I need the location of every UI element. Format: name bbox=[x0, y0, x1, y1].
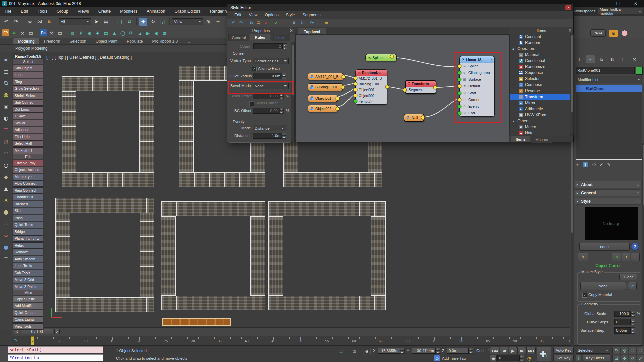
menu-views[interactable]: Views bbox=[73, 9, 94, 14]
next-frame-button[interactable]: > bbox=[54, 329, 60, 334]
spheres-icon[interactable]: ∞ bbox=[2, 231, 10, 240]
y-field[interactable]: -30.4744m bbox=[412, 348, 436, 354]
node-segment-Object002[interactable]: Object002 bbox=[308, 105, 338, 112]
rappatools-push[interactable]: Push bbox=[13, 215, 43, 221]
sun-icon[interactable]: ☀ bbox=[77, 29, 85, 37]
rappatools-planar-x-y-z[interactable]: Planar | x | y | z bbox=[13, 235, 43, 242]
items-item-uvw-xform[interactable]: ▦UVW XForm bbox=[510, 112, 574, 118]
editor-menu-options[interactable]: Options bbox=[261, 13, 282, 17]
node-port[interactable] bbox=[458, 98, 461, 102]
macros-tab[interactable]: Macros bbox=[531, 136, 552, 143]
cone-icon[interactable]: ▲ bbox=[2, 184, 10, 193]
global-scale-field[interactable]: 100.0 bbox=[614, 311, 631, 317]
properties-close-icon[interactable]: ✕ bbox=[290, 27, 293, 34]
forest-pack-icon[interactable]: FP bbox=[2, 29, 9, 36]
style-help-button[interactable]: ? bbox=[631, 243, 639, 251]
show-end-result-icon[interactable]: ▮ bbox=[583, 162, 588, 167]
rappatools-loop[interactable]: Loop bbox=[13, 72, 43, 78]
rappatools-select-half[interactable]: Select Half bbox=[13, 140, 43, 147]
node-port[interactable] bbox=[336, 97, 339, 100]
menu-edit[interactable]: Edit bbox=[16, 9, 33, 14]
go-to-start-button[interactable]: ▮◀◀ bbox=[490, 347, 499, 354]
rappatools-cams-lights[interactable]: Cams Lights bbox=[13, 316, 43, 323]
menu-animation[interactable]: Animation bbox=[142, 9, 170, 14]
maxscript-listener-line2[interactable]: "Creating La bbox=[8, 354, 103, 361]
utilities-tab[interactable]: ⚒ bbox=[630, 55, 639, 63]
node-graph-canvas[interactable]: ∿ Spline AM172_001_BBuilding1_001Object0… bbox=[295, 34, 509, 142]
rappatools-move-2-points[interactable]: Move 2 Points bbox=[13, 284, 43, 290]
curve-steps-spinner[interactable] bbox=[631, 319, 635, 325]
items-item-sequence[interactable]: 12Sequence bbox=[510, 70, 574, 76]
items-item-mirror[interactable]: ◭Mirror bbox=[510, 100, 574, 106]
rappatools-materials[interactable]: Materials bbox=[13, 330, 43, 330]
editor-menu-style[interactable]: Style bbox=[282, 13, 299, 17]
scene-explorer-icon[interactable]: ▤ bbox=[2, 67, 10, 75]
surface-interp-spinner[interactable] bbox=[631, 327, 635, 334]
hexagon-tool-icon[interactable]: ⬢ bbox=[621, 29, 628, 37]
tab-general[interactable]: General bbox=[228, 34, 249, 41]
fillet-radius-field[interactable]: 0.0m bbox=[253, 73, 282, 79]
render-preview-icon[interactable]: ▣ bbox=[2, 55, 10, 64]
node-linear-1s[interactable]: ⟳ Linear 1S ✕ ∿Spline∿Clipping area▦Surf… bbox=[459, 56, 495, 117]
railclone-icon[interactable]: Rc bbox=[40, 29, 47, 36]
items-item-macro[interactable]: ▣Macro bbox=[510, 124, 574, 130]
rappatools-remove[interactable]: Remove bbox=[13, 249, 43, 255]
clear-master-style-button[interactable]: Clear bbox=[619, 274, 637, 280]
zoom-all-icon[interactable]: ⚲ bbox=[621, 347, 628, 354]
ribbon-tab-populate[interactable]: Populate bbox=[122, 38, 147, 44]
frame-spinner[interactable] bbox=[520, 355, 524, 361]
go-to-end-button[interactable]: ▶▶▮ bbox=[526, 347, 536, 354]
copy-material-checkbox[interactable]: ✓ bbox=[582, 293, 587, 298]
randomize-input-AM172_001_B[interactable]: AM172_001_B bbox=[356, 76, 387, 81]
ribbon-tab-object-paint[interactable]: Object Paint bbox=[91, 38, 122, 44]
selection-set-dropdown[interactable]: Selected bbox=[576, 347, 610, 354]
refresh-icon[interactable]: ⟳ bbox=[308, 19, 316, 27]
rollout-scrollbar[interactable] bbox=[642, 143, 644, 346]
notes-icon[interactable]: ≣ bbox=[323, 19, 330, 27]
rollout-about[interactable]: About bbox=[575, 181, 642, 188]
time-tag-icon[interactable]: ◇ bbox=[434, 355, 440, 361]
settings-wrench-icon[interactable]: ⚒ bbox=[19, 29, 26, 37]
rect-selection-icon[interactable]: ⬚ bbox=[115, 17, 124, 26]
master-style-none-button[interactable]: None bbox=[580, 282, 626, 290]
randomize-input-empty[interactable]: <empty> bbox=[356, 99, 387, 104]
layers-icon[interactable]: ⧉ bbox=[127, 29, 135, 37]
play-button[interactable]: ▶ bbox=[509, 347, 517, 354]
node-port[interactable] bbox=[458, 84, 461, 88]
rappatools-ring-connect[interactable]: Ring Connect bbox=[13, 187, 43, 194]
evenly-mode-dropdown[interactable]: Distance bbox=[253, 125, 286, 131]
node-port[interactable] bbox=[390, 55, 394, 58]
rappatools-editable-poly[interactable]: Editable Poly bbox=[13, 160, 43, 166]
timeline-ruler[interactable]: ∿ 05101520253035404550556065707580859095… bbox=[12, 336, 570, 345]
maximize-viewport-icon[interactable]: ⤢ bbox=[637, 355, 644, 362]
items-scrollbar[interactable] bbox=[570, 34, 574, 135]
light-icon[interactable]: ◍ bbox=[69, 29, 76, 37]
motion-tab[interactable]: ◐ bbox=[608, 55, 617, 63]
node-port[interactable] bbox=[458, 91, 461, 95]
menu-create[interactable]: Create bbox=[94, 9, 116, 14]
node-close-icon[interactable]: ✕ bbox=[490, 58, 492, 61]
node-port[interactable] bbox=[336, 107, 339, 111]
items-item-note[interactable]: ≣Note bbox=[510, 130, 574, 135]
layer-manager-icon[interactable]: ⧉ bbox=[2, 78, 10, 87]
menu-tools[interactable]: Tools bbox=[33, 9, 52, 14]
video-icon[interactable]: ▶ bbox=[144, 29, 152, 37]
blue-sphere-icon[interactable]: ● bbox=[2, 243, 10, 251]
sphere-icon[interactable]: ● bbox=[2, 207, 10, 216]
items-tab[interactable]: Items bbox=[511, 136, 530, 142]
generator-input-start[interactable]: ⚐Start bbox=[460, 89, 494, 96]
generator-input-surface[interactable]: ▦Surface bbox=[460, 76, 494, 83]
rappatools-similar[interactable]: Similar bbox=[13, 120, 43, 126]
rappatools-quick-tools[interactable]: Quick Tools bbox=[13, 222, 43, 228]
node-port[interactable] bbox=[354, 88, 357, 92]
y-spinner[interactable] bbox=[436, 348, 440, 354]
camera-icon[interactable]: ◉ bbox=[86, 29, 93, 37]
railclone-list-icon[interactable]: ▤ bbox=[56, 29, 64, 37]
rappatools-brushes[interactable]: Brushes bbox=[13, 201, 43, 207]
note-icon[interactable]: ▧ bbox=[2, 137, 10, 146]
key-filters-button[interactable]: Key Filters... bbox=[583, 355, 610, 361]
object-name-field[interactable]: RailClone001 bbox=[576, 67, 635, 74]
plane-icon[interactable]: ◪ bbox=[136, 29, 143, 37]
pin-stack-icon[interactable]: ⌖ bbox=[576, 162, 579, 167]
randomize-input-Building1_001[interactable]: Building1_001 bbox=[356, 81, 387, 87]
